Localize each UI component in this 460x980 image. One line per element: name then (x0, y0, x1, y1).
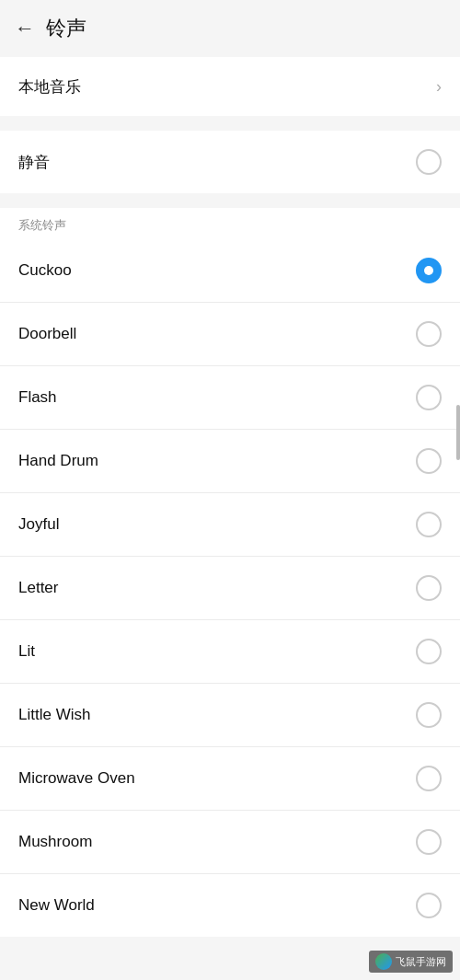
ringtone-item-new-world[interactable]: New World (0, 874, 460, 937)
ringtone-radio-lit[interactable] (416, 639, 442, 664)
local-music-label: 本地音乐 (18, 76, 81, 98)
ringtone-label-microwave-oven: Microwave Oven (18, 769, 135, 788)
section-label: 系统铃声 (0, 208, 460, 239)
ringtone-radio-cuckoo[interactable] (416, 258, 442, 283)
ringtone-item-little-wish[interactable]: Little Wish (0, 684, 460, 747)
ringtone-label-letter: Letter (18, 579, 58, 597)
ringtone-item-microwave-oven[interactable]: Microwave Oven (0, 747, 460, 811)
ringtone-label-hand-drum: Hand Drum (18, 452, 98, 470)
scrollbar-indicator (456, 405, 460, 460)
silent-radio[interactable] (416, 149, 442, 175)
ringtone-label-flash: Flash (18, 388, 57, 407)
page-title: 铃声 (46, 15, 86, 42)
local-music-item[interactable]: 本地音乐 › (0, 57, 460, 116)
ringtone-radio-new-world[interactable] (416, 893, 442, 918)
ringtone-label-doorbell: Doorbell (18, 325, 76, 343)
header: ← 铃声 (0, 0, 460, 57)
radio-inner-cuckoo (424, 266, 433, 275)
system-ringtones-section: 系统铃声 CuckooDoorbellFlashHand DrumJoyfulL… (0, 208, 460, 937)
ringtone-radio-joyful[interactable] (416, 512, 442, 537)
silent-label: 静音 (18, 152, 50, 173)
ringtone-radio-mushroom[interactable] (416, 829, 442, 855)
ringtone-item-cuckoo[interactable]: Cuckoo (0, 239, 460, 303)
ringtone-item-joyful[interactable]: Joyful (0, 493, 460, 557)
ringtone-radio-letter[interactable] (416, 575, 442, 601)
ringtone-label-lit: Lit (18, 642, 35, 661)
chevron-right-icon: › (436, 77, 442, 97)
ringtone-item-mushroom[interactable]: Mushroom (0, 811, 460, 874)
ringtone-label-new-world: New World (18, 896, 95, 915)
ringtone-label-joyful: Joyful (18, 515, 59, 534)
ringtone-label-cuckoo: Cuckoo (18, 261, 72, 280)
ringtone-radio-flash[interactable] (416, 385, 442, 410)
ringtone-item-letter[interactable]: Letter (0, 557, 460, 620)
ringtone-item-hand-drum[interactable]: Hand Drum (0, 430, 460, 493)
ringtone-radio-doorbell[interactable] (416, 321, 442, 347)
ringtone-label-little-wish: Little Wish (18, 706, 90, 724)
watermark-text: 飞鼠手游网 (396, 955, 446, 969)
silent-section: 静音 (0, 131, 460, 193)
watermark: 飞鼠手游网 (369, 951, 453, 973)
watermark-logo (375, 953, 392, 970)
ringtone-radio-hand-drum[interactable] (416, 448, 442, 474)
ringtone-label-mushroom: Mushroom (18, 833, 92, 851)
back-button[interactable]: ← (15, 18, 35, 39)
ringtone-list: CuckooDoorbellFlashHand DrumJoyfulLetter… (0, 239, 460, 937)
ringtone-item-lit[interactable]: Lit (0, 620, 460, 684)
local-music-section: 本地音乐 › (0, 57, 460, 116)
ringtone-radio-microwave-oven[interactable] (416, 766, 442, 791)
ringtone-item-doorbell[interactable]: Doorbell (0, 303, 460, 366)
page-wrapper: ← 铃声 本地音乐 › 静音 系统铃声 CuckooDoorbellFlashH… (0, 0, 460, 937)
silent-item[interactable]: 静音 (0, 131, 460, 193)
gap-2 (0, 193, 460, 208)
ringtone-item-flash[interactable]: Flash (0, 366, 460, 430)
gap-1 (0, 116, 460, 131)
ringtone-radio-little-wish[interactable] (416, 702, 442, 728)
